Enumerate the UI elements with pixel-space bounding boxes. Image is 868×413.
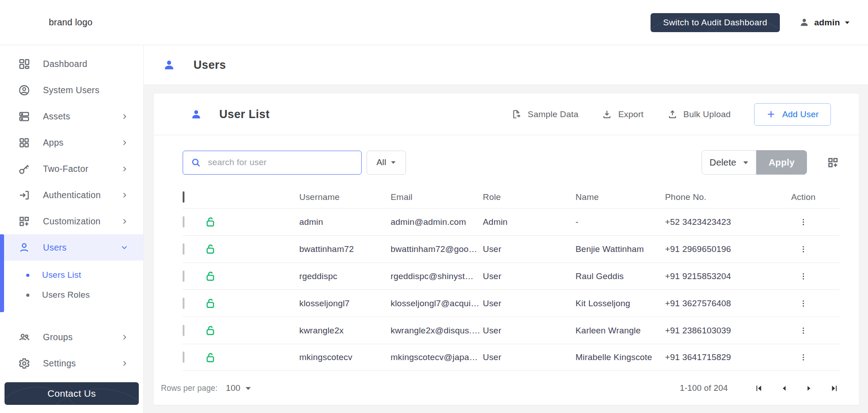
unlock-icon [204, 297, 217, 309]
col-header-name: Name [576, 192, 665, 202]
contact-us-button[interactable]: Contact Us [5, 382, 139, 405]
cell-username: klosseljongl7 [299, 299, 391, 309]
unlock-icon [204, 270, 217, 282]
user-icon [18, 242, 30, 254]
search-field-value: All [377, 157, 387, 167]
add-user-label: Add User [782, 109, 819, 119]
chevron-right-icon [121, 139, 128, 146]
pagination-range: 1-100 of 204 [680, 383, 728, 393]
account-menu[interactable]: admin [799, 17, 850, 28]
row-checkbox[interactable] [183, 325, 184, 336]
sidebar-item-customization[interactable]: Customization [0, 208, 143, 234]
select-all-checkbox[interactable] [183, 191, 184, 203]
export-button[interactable]: Export [602, 109, 643, 119]
cell-phone: +91 3641715829 [665, 352, 767, 362]
next-page-button[interactable] [797, 385, 821, 392]
cell-role: Admin [483, 217, 576, 227]
cell-email: klosseljongl7@acqui… [391, 299, 483, 309]
sidebar-item-users[interactable]: Users [0, 234, 143, 261]
rows-per-page-value[interactable]: 100 [226, 383, 240, 393]
cell-name: - [576, 217, 665, 227]
cell-role: User [483, 244, 576, 254]
sidebar-item-groups[interactable]: Groups [0, 324, 143, 350]
bulk-upload-label: Bulk Upload [684, 109, 731, 119]
sidebar-item-label: Settings [43, 358, 76, 369]
sidebar-item-label: Users [43, 242, 66, 253]
unlock-icon [204, 216, 217, 228]
search-icon [191, 157, 201, 168]
cell-name: Kit Losseljong [576, 299, 665, 309]
sidebar-item-system-users[interactable]: System Users [0, 77, 143, 103]
top-navbar: brand logo Switch to Audit Dashboard adm… [0, 0, 868, 45]
row-actions-menu[interactable] [799, 299, 808, 308]
main-content: Users User List Sample Data [144, 45, 868, 413]
bulk-upload-button[interactable]: Bulk Upload [667, 109, 731, 119]
sidebar-item-settings[interactable]: Settings [0, 350, 143, 376]
col-header-phone: Phone No. [665, 192, 767, 202]
sidebar-subitem-users-roles[interactable]: Users Roles [0, 285, 143, 305]
sample-data-button[interactable]: Sample Data [511, 109, 578, 119]
sidebar-item-dashboard[interactable]: Dashboard [0, 51, 143, 77]
sample-data-label: Sample Data [528, 109, 578, 119]
row-checkbox[interactable] [183, 298, 184, 309]
sidebar-item-authentication[interactable]: Authentication [0, 182, 143, 208]
sidebar-item-label: System Users [43, 85, 99, 95]
cell-phone: +91 9215853204 [665, 271, 767, 281]
caret-down-icon[interactable] [245, 386, 251, 390]
user-list-icon [190, 109, 202, 120]
row-checkbox[interactable] [183, 216, 184, 228]
cell-username: rgeddispc [299, 271, 391, 281]
search-box [183, 151, 362, 175]
row-checkbox[interactable] [183, 351, 184, 363]
sidebar-subitem-label: Users Roles [42, 290, 90, 300]
chevron-right-icon [121, 218, 128, 225]
sidebar-item-label: Authentication [43, 190, 101, 200]
apply-button[interactable]: Apply [756, 150, 807, 175]
row-actions-menu[interactable] [799, 245, 808, 254]
previous-page-button[interactable] [772, 385, 797, 392]
users-page-icon [163, 59, 175, 71]
sidebar-item-assets[interactable]: Assets [0, 103, 143, 129]
add-user-button[interactable]: Add User [754, 103, 831, 126]
table-row: mkingscotecv mkingscotecv@japa… User Mir… [183, 344, 840, 371]
customize-columns-icon[interactable] [827, 157, 839, 169]
chevron-right-icon [121, 360, 128, 367]
row-actions-menu[interactable] [799, 353, 808, 362]
sidebar-item-apps[interactable]: Apps [0, 129, 143, 156]
row-checkbox[interactable] [183, 243, 184, 255]
search-input[interactable] [208, 157, 355, 167]
cell-username: bwattinham72 [299, 244, 391, 254]
search-field-select[interactable]: All [367, 151, 406, 175]
plus-icon [766, 109, 776, 119]
cell-email: bwattinham72@goo… [391, 244, 483, 254]
unlock-icon [204, 351, 217, 364]
chevron-down-icon [121, 244, 128, 251]
page-title: Users [193, 58, 226, 71]
customize-icon [18, 215, 30, 228]
rows-per-page-label: Rows per page: [161, 384, 217, 393]
account-name: admin [814, 18, 840, 28]
sidebar-item-label: Dashboard [43, 59, 87, 69]
sidebar-subitem-users-list[interactable]: Users List [0, 265, 143, 285]
table-row: admin admin@admin.com Admin - +52 342342… [183, 208, 840, 235]
bullet-icon [26, 294, 29, 297]
system-users-icon [18, 84, 30, 96]
sidebar-item-two-factor[interactable]: Two-Factor [0, 156, 143, 182]
cell-phone: +91 2386103039 [665, 326, 767, 336]
gear-icon [18, 357, 30, 370]
content-area: User List Sample Data Export [144, 85, 868, 413]
sidebar: Dashboard System Users Assets Apps [0, 45, 144, 413]
last-page-button[interactable] [821, 384, 847, 393]
row-checkbox[interactable] [183, 271, 184, 282]
bulk-action-select[interactable]: Delete [702, 150, 756, 175]
row-actions-menu[interactable] [799, 218, 808, 227]
row-actions-menu[interactable] [799, 326, 808, 335]
caret-down-icon [391, 161, 396, 164]
switch-dashboard-button[interactable]: Switch to Audit Dashboard [651, 13, 780, 32]
sidebar-item-label: Two-Factor [43, 164, 89, 174]
col-header-role: Role [483, 192, 576, 202]
chevron-down-icon [844, 21, 850, 24]
first-page-button[interactable] [746, 384, 772, 393]
row-actions-menu[interactable] [799, 272, 808, 281]
col-header-action: Action [767, 192, 840, 202]
